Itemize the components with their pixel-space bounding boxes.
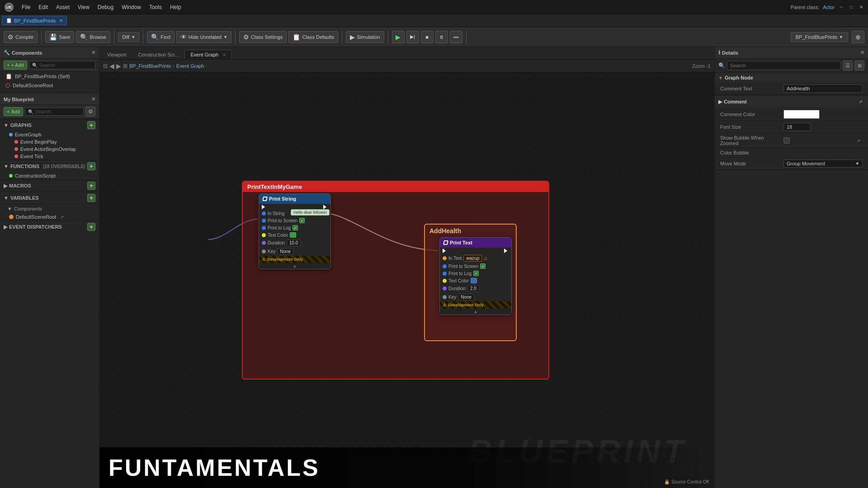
simulation-button[interactable]: ▶ Simulation	[346, 31, 384, 43]
comment-color-swatch[interactable]	[783, 110, 820, 119]
close-button[interactable]: ✕	[858, 4, 864, 10]
graphs-section-header[interactable]: ▼ GRAPHS +	[0, 119, 99, 131]
default-scene-root-var-item[interactable]: DefaultSceneRoot ↗	[0, 213, 99, 221]
mybp-close-icon[interactable]: ✕	[91, 96, 95, 102]
event-actoroverlap-item[interactable]: Event ActorBeginOverlap	[0, 145, 99, 153]
text-color-swatch[interactable]	[290, 232, 296, 238]
tab-event-close[interactable]: ✕	[222, 52, 226, 57]
pt-key-value[interactable]: None	[458, 294, 474, 300]
font-size-input[interactable]	[783, 123, 811, 131]
pt-color-label: Text Color	[448, 278, 469, 283]
hide-unrelated-button[interactable]: 👁 Hide Unrelated ▼	[176, 31, 231, 43]
print-string-node[interactable]: Print String In String Hello dear fell	[259, 193, 331, 269]
variables-arrow-icon: ▼	[4, 195, 9, 201]
pt-log-check[interactable]: ✓	[473, 271, 479, 276]
print-text-fold[interactable]: ▲	[440, 309, 511, 314]
components-search-box[interactable]: 🔍 Search	[29, 61, 95, 69]
show-bubble-check[interactable]	[783, 137, 790, 144]
file-tab-close[interactable]: ✕	[59, 18, 63, 23]
mybp-add-button[interactable]: + Add	[4, 107, 23, 116]
details-view-button[interactable]: ☰	[843, 61, 853, 70]
mybp-add-icon: +	[7, 109, 9, 114]
macros-add-button[interactable]: +	[87, 182, 95, 190]
event-beginplay-item[interactable]: Event BeginPlay	[0, 138, 99, 145]
tab-viewport[interactable]: Viewport	[101, 50, 132, 59]
comment-text-row: Comment Text	[715, 83, 868, 95]
stop-button[interactable]: ■	[421, 31, 434, 43]
functions-section-header[interactable]: ▼ FUNCTIONS (18 OVERRIDABLE) +	[0, 160, 99, 172]
details-grid-button[interactable]: ⊞	[854, 61, 864, 70]
in-text-value[interactable]: wazup	[463, 255, 482, 262]
variables-add-button[interactable]: +	[87, 194, 95, 202]
duration-value[interactable]: 10.0	[287, 239, 301, 246]
parent-class-value[interactable]: Actor	[823, 5, 835, 10]
menu-edit[interactable]: Edit	[35, 3, 52, 11]
graphs-add-button[interactable]: +	[87, 121, 95, 129]
comment-header[interactable]: ▶ Comment ↗	[715, 95, 868, 108]
print-string-fold[interactable]: ▲	[259, 263, 330, 269]
tab-event-graph[interactable]: Event Graph ✕	[184, 50, 232, 59]
browse-button[interactable]: 🔍 Browse	[76, 31, 110, 43]
construction-script-item[interactable]: ConstructionScript	[0, 172, 99, 179]
variables-components-header[interactable]: ▼ Components	[0, 204, 99, 213]
pt-screen-check[interactable]: ✓	[480, 263, 486, 269]
dispatchers-add-button[interactable]: +	[87, 223, 95, 231]
show-bubble-expand[interactable]: ↗	[854, 136, 863, 145]
blueprint-name-button[interactable]: BP_FirstBluePrints ▼	[791, 32, 848, 42]
diff-button[interactable]: Diff ▼	[118, 32, 139, 42]
graph-node-header[interactable]: ▼ Graph Node	[715, 73, 868, 83]
mybp-header[interactable]: My Blueprint ✕	[0, 94, 99, 105]
class-settings-button[interactable]: ⚙ Class Settings	[239, 31, 287, 43]
mybp-settings-button[interactable]: ⚙	[85, 107, 95, 117]
comment-text-input[interactable]	[783, 84, 863, 93]
pause-button[interactable]: ⏸	[435, 31, 448, 43]
canvas[interactable]: PrintTextInMyGame AddHealth Print String	[99, 72, 714, 488]
print-text-node[interactable]: Print Text In Text wazup ⚠	[439, 237, 512, 315]
save-button[interactable]: 💾 Save	[45, 31, 74, 43]
mybp-search-box[interactable]: 🔍 Search	[25, 108, 84, 116]
event-tick-item[interactable]: Event Tick	[0, 153, 99, 160]
breadcrumb-home-icon[interactable]: ⊟	[103, 63, 108, 69]
menu-file[interactable]: File	[18, 3, 34, 11]
pt-duration-value[interactable]: 2.0	[467, 285, 479, 292]
breadcrumb-back[interactable]: ◀	[109, 62, 114, 70]
breadcrumb-blueprint[interactable]: BP_FirstBluePrints	[129, 63, 171, 69]
variables-section-header[interactable]: ▼ VARIABLES +	[0, 192, 99, 204]
details-close-icon[interactable]: ✕	[860, 50, 864, 56]
bp-self-item[interactable]: 📋 BP_FirstBluePrints (Self)	[0, 72, 99, 81]
key-value[interactable]: None	[277, 248, 293, 255]
components-add-button[interactable]: + + Add	[4, 61, 27, 70]
play-button[interactable]: ▶	[392, 31, 405, 43]
macros-section-header[interactable]: ▶ MACROS +	[0, 179, 99, 192]
menu-help[interactable]: Help	[166, 3, 185, 11]
move-mode-dropdown[interactable]: Group Movement ▼	[783, 160, 863, 168]
print-log-check[interactable]: ✓	[292, 225, 298, 230]
breadcrumb-graph[interactable]: Event Graph	[176, 63, 204, 69]
file-tab-bp[interactable]: 📋 BP_FirstBluePrints ✕	[2, 16, 67, 25]
menu-tools[interactable]: Tools	[146, 3, 165, 11]
print-screen-check[interactable]: ✓	[299, 218, 305, 223]
menu-window[interactable]: Window	[118, 3, 145, 11]
pt-color-swatch[interactable]	[471, 278, 477, 283]
functions-add-button[interactable]: +	[87, 162, 95, 170]
more-button[interactable]: •••	[450, 31, 462, 43]
print-to-screen-row: Print to Screen ✓	[259, 217, 330, 224]
details-search-input[interactable]	[727, 61, 841, 70]
breadcrumb-forward[interactable]: ▶	[116, 62, 121, 70]
event-dispatchers-header[interactable]: ▶ EVENT DISPATCHERS +	[0, 221, 99, 233]
class-defaults-button[interactable]: 📋 Class Defaults	[288, 31, 338, 43]
menu-debug[interactable]: Debug	[94, 3, 117, 11]
components-close-icon[interactable]: ✕	[91, 50, 95, 56]
default-scene-root-item[interactable]: ⬡ DefaultSceneRoot	[0, 81, 99, 90]
maximize-button[interactable]: □	[848, 4, 854, 10]
eventgraph-item[interactable]: EventGraph	[0, 131, 99, 138]
comment-section-expand[interactable]: ↗	[856, 98, 864, 106]
tab-construction[interactable]: Construction Scr...	[132, 50, 185, 59]
menu-view[interactable]: View	[74, 3, 93, 11]
minimize-button[interactable]: ─	[838, 4, 844, 10]
skip-button[interactable]: ▶|	[406, 31, 419, 43]
find-button[interactable]: 🔍 Find	[147, 31, 174, 43]
compile-button[interactable]: ⚙ Compile	[4, 31, 38, 43]
extra-btn[interactable]: ⊕	[852, 31, 864, 43]
menu-asset[interactable]: Asset	[52, 3, 73, 11]
